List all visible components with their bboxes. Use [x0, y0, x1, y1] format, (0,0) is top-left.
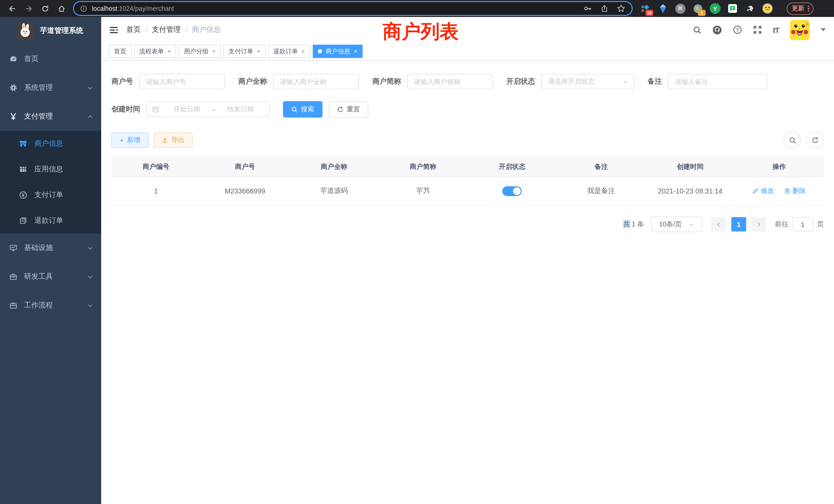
full-name-input[interactable] — [273, 74, 359, 89]
end-date-placeholder[interactable]: 结束日期 — [217, 105, 264, 114]
breadcrumb-payment[interactable]: 支付管理 — [152, 25, 181, 35]
page-size-select[interactable]: 10条/页 — [651, 216, 702, 232]
profile-avatar-icon[interactable] — [762, 3, 773, 14]
tab-pay-order[interactable]: 支付订单 × — [223, 45, 265, 58]
back-icon[interactable] — [6, 2, 19, 15]
page-1-button[interactable]: 1 — [731, 217, 746, 231]
chevron-down-icon — [87, 274, 93, 279]
browser-update-button[interactable]: 更新 — [787, 2, 813, 15]
status-toggle[interactable] — [502, 186, 522, 196]
sidebar-item-infra[interactable]: 基础设施 — [0, 233, 101, 262]
download-icon — [162, 137, 168, 143]
svg-text:?: ? — [736, 27, 739, 32]
header-search-icon[interactable] — [693, 25, 702, 34]
site-info-icon[interactable] — [80, 5, 87, 12]
gear-icon — [9, 84, 18, 92]
home-icon[interactable] — [55, 2, 68, 15]
extensions-puzzle-icon[interactable] — [745, 3, 755, 14]
tab-process-form[interactable]: 流程表单 × — [134, 45, 176, 58]
start-date-placeholder[interactable]: 开始日期 — [163, 105, 211, 114]
chevron-up-icon — [87, 114, 93, 119]
tab-home[interactable]: 首页 — [109, 45, 131, 58]
delete-button-label: 删除 — [792, 186, 806, 196]
prev-page-button[interactable] — [711, 217, 726, 231]
sidebar-item-refund-order[interactable]: 退款订单 — [0, 208, 101, 233]
cell-actions: 修改 删除 — [734, 177, 824, 205]
breadcrumb-home[interactable]: 首页 — [126, 25, 141, 35]
refresh-table-button[interactable] — [806, 131, 824, 149]
table-header-row: 商户编号 商户号 商户全称 商户简称 开启状态 备注 创建时间 操作 — [111, 157, 824, 177]
url-host: localhost — [92, 5, 117, 12]
sidebar-item-dev-tools[interactable]: 研发工具 — [0, 262, 101, 291]
tab-close-icon[interactable]: × — [354, 48, 357, 54]
tab-label: 首页 — [114, 47, 126, 56]
payment-submenu: 商户信息 应用信息 支付订单 — [0, 131, 101, 233]
sidebar-item-app-info[interactable]: 应用信息 — [0, 157, 101, 182]
remark-input[interactable] — [668, 74, 767, 89]
tab-user-group[interactable]: 用户分组 × — [179, 45, 221, 58]
tab-label: 退款订单 — [273, 47, 298, 56]
app-title: 芋道管理系统 — [40, 26, 83, 36]
sidebar-item-label: 支付管理 — [24, 112, 53, 121]
password-key-icon[interactable] — [584, 4, 592, 13]
sidebar-item-home[interactable]: 首页 — [0, 45, 101, 73]
status-select[interactable]: 请选择开启状态 — [541, 74, 634, 89]
tab-close-icon[interactable]: × — [168, 48, 171, 54]
search-button[interactable]: 搜索 — [283, 101, 323, 117]
edit-button[interactable]: 修改 — [753, 186, 774, 196]
tab-close-icon[interactable]: × — [212, 48, 216, 54]
sidebar-item-system[interactable]: 系统管理 — [0, 73, 101, 102]
tab-close-icon[interactable]: × — [302, 48, 305, 54]
app-logo[interactable]: 芋道管理系统 — [0, 17, 101, 45]
extension-y-icon[interactable]: Y — [710, 3, 721, 14]
extension-command-icon[interactable]: ⌘ — [675, 3, 686, 14]
tab-refund-order[interactable]: 退款订单 × — [268, 45, 310, 58]
tab-merchant-info[interactable]: 商户信息 × — [313, 45, 363, 58]
bookmark-star-icon[interactable] — [617, 4, 626, 13]
sidebar-item-label: 退款订单 — [35, 216, 63, 225]
export-button[interactable]: 导出 — [154, 132, 193, 148]
reset-button[interactable]: 重置 — [329, 101, 368, 117]
url-bar[interactable]: localhost:1024/pay/merchant — [74, 2, 632, 15]
tab-label: 流程表单 — [139, 47, 164, 56]
forward-icon[interactable] — [22, 2, 36, 15]
total-count: 1 — [632, 220, 635, 228]
date-range-separator: - — [211, 106, 217, 113]
github-icon[interactable] — [712, 25, 722, 35]
sidebar-item-workflow[interactable]: 工作流程 — [0, 291, 101, 320]
user-menu-caret-icon[interactable] — [821, 28, 826, 31]
create-time-range-picker[interactable]: 开始日期 - 结束日期 — [146, 101, 270, 117]
add-button[interactable]: + 新增 — [111, 132, 148, 148]
goto-page-input[interactable] — [792, 217, 813, 231]
tab-close-icon[interactable]: × — [257, 48, 260, 54]
sidebar-collapse-icon[interactable] — [109, 26, 118, 33]
extension-gem-icon[interactable] — [657, 3, 668, 14]
user-avatar[interactable] — [790, 20, 810, 40]
export-button-label: 导出 — [171, 136, 184, 145]
delete-button[interactable]: 删除 — [784, 186, 806, 196]
fullscreen-icon[interactable] — [753, 25, 762, 35]
logo-avatar — [17, 23, 34, 39]
help-icon[interactable]: ? — [733, 25, 742, 35]
sidebar-item-merchant-info[interactable]: 商户信息 — [0, 131, 101, 157]
col-create-time: 创建时间 — [646, 157, 735, 177]
browser-toolbar: localhost:1024/pay/merchant 10 — [0, 0, 834, 17]
sidebar-item-payment[interactable]: 支付管理 — [0, 102, 101, 131]
reload-icon[interactable] — [39, 2, 52, 15]
extension-chat-icon[interactable] — [727, 3, 738, 14]
cell-merchant-no: M233666999 — [200, 177, 290, 205]
share-icon[interactable] — [600, 4, 609, 13]
merchant-no-input[interactable] — [139, 74, 225, 89]
toggle-search-button[interactable] — [784, 131, 801, 149]
sidebar-item-pay-order[interactable]: 支付订单 — [0, 182, 101, 208]
edit-pen-icon — [753, 188, 759, 194]
extension-recorder-icon[interactable]: 1 — [692, 3, 703, 14]
next-page-button[interactable] — [751, 217, 766, 231]
merchant-table: 商户编号 商户号 商户全称 商户简称 开启状态 备注 创建时间 操作 1 — [111, 157, 824, 205]
short-name-input[interactable] — [407, 74, 493, 89]
browser-menu-icon[interactable] — [808, 6, 809, 12]
sidebar-item-label: 基础设施 — [24, 243, 53, 253]
extension-blue-diamond-icon[interactable]: 10 — [640, 3, 651, 14]
search-form-row-2: 创建时间 开始日期 - 结束日期 搜索 — [111, 101, 824, 117]
font-size-icon[interactable]: tT — [773, 25, 779, 34]
